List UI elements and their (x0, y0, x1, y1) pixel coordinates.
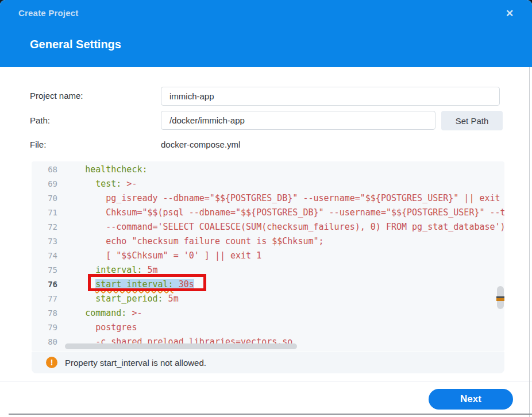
set-path-button[interactable]: Set Path (441, 111, 503, 130)
line-number: 72 (32, 220, 57, 234)
code-line: 79 postgres (32, 321, 504, 335)
code-text: command: >- (64, 308, 142, 318)
code-text: healthcheck: (64, 164, 148, 175)
line-number: 74 (32, 249, 57, 263)
code-line: 70 pg_isready --dbname="$${POSTGRES_DB}"… (32, 191, 504, 206)
scrollbar-error-marker (496, 298, 504, 301)
dialog-header: Create Project ✕ General Settings (0, 0, 532, 67)
next-button[interactable]: Next (429, 389, 513, 410)
code-text: start_interval: 30s (64, 279, 194, 289)
code-text: pg_isready --dbname="$${POSTGRES_DB}" --… (64, 193, 500, 203)
dialog-bottom-edge (9, 414, 532, 415)
validation-warning-bar: ! Property start_interval is not allowed… (32, 352, 504, 373)
file-value: docker-compose.yml (161, 140, 240, 149)
code-text: interval: 5m (64, 265, 158, 275)
line-number: 75 (32, 263, 57, 277)
project-name-input[interactable] (161, 87, 500, 106)
code-text: --command='SELECT COALESCE(SUM(checksum_… (64, 222, 504, 232)
code-text: echo "checksum failure count is $$Chksum… (64, 236, 324, 246)
window-title: Create Project (18, 8, 79, 18)
line-number: 70 (32, 191, 57, 206)
create-project-dialog: Create Project ✕ General Settings Projec… (0, 0, 532, 417)
code-text: test: >- (64, 179, 137, 189)
line-number: 77 (32, 292, 57, 306)
path-label: Path: (30, 115, 50, 125)
path-input[interactable] (161, 111, 435, 130)
code-text: [ "$$Chksum" = '0' ] || exit 1 (64, 250, 261, 261)
warning-icon: ! (46, 357, 57, 368)
line-number: 71 (32, 206, 57, 220)
code-lines: 68 healthcheck:69 test: >-70 pg_isready … (32, 163, 504, 349)
code-line: 77 start_period: 5m (32, 292, 504, 306)
yaml-code-editor[interactable]: 68 healthcheck:69 test: >-70 pg_isready … (32, 161, 504, 351)
code-line: 78 command: >- (32, 306, 504, 321)
code-text: postgres (64, 322, 137, 333)
vertical-scrollbar-thumb[interactable] (497, 286, 504, 309)
code-line: 72 --command='SELECT COALESCE(SUM(checks… (32, 220, 504, 234)
code-line: 71 Chksum="$$(psql --dbname="$${POSTGRES… (32, 206, 504, 220)
code-line: 69 test: >- (32, 177, 504, 191)
line-number: 78 (32, 306, 57, 321)
code-line: 68 healthcheck: (32, 163, 504, 177)
selected-text: start_interval: 30s (95, 279, 194, 289)
line-number: 73 (32, 234, 57, 249)
line-number: 68 (32, 163, 57, 177)
code-text: start_period: 5m (64, 294, 179, 304)
code-line: 76 start_interval: 30s (32, 277, 504, 292)
warning-message: Property start_interval is not allowed. (65, 358, 206, 368)
project-name-label: Project name: (30, 91, 83, 101)
code-line: 74 [ "$$Chksum" = '0' ] || exit 1 (32, 249, 504, 263)
dialog-right-edge (529, 67, 530, 417)
line-number: 76 (32, 277, 57, 292)
line-number: 80 (32, 335, 57, 349)
code-line: 73 echo "checksum failure count is $$Chk… (32, 234, 504, 249)
horizontal-scrollbar-thumb[interactable] (65, 343, 297, 349)
line-number: 69 (32, 177, 57, 191)
code-line: 75 interval: 5m (32, 263, 504, 277)
file-label: File: (30, 140, 46, 149)
code-text: Chksum="$$(psql --dbname="$${POSTGRES_DB… (64, 207, 504, 218)
footer-divider (0, 381, 532, 381)
line-number: 79 (32, 321, 57, 335)
page-title: General Settings (30, 38, 121, 51)
close-icon[interactable]: ✕ (503, 7, 516, 20)
